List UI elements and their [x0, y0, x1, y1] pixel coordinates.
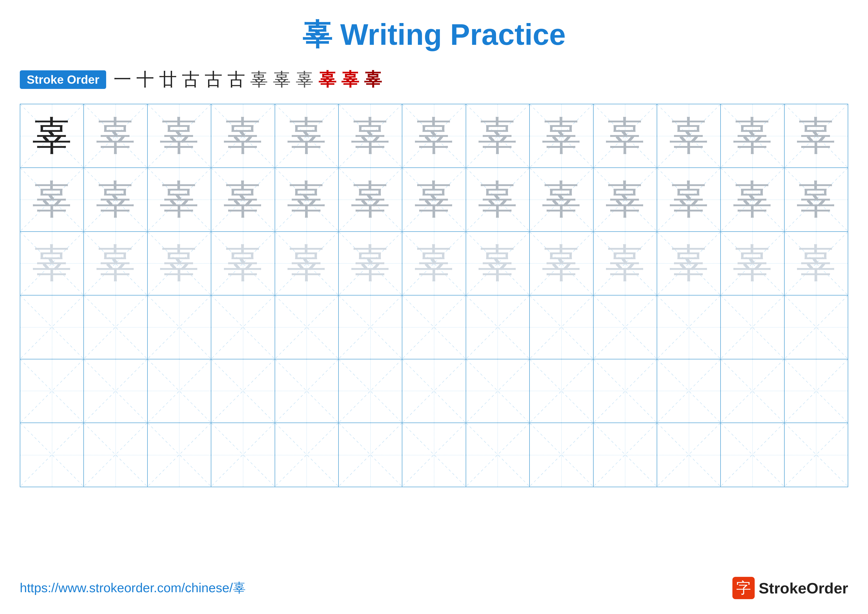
svg-line-125 — [657, 359, 720, 423]
grid-cell[interactable]: 辜 — [275, 104, 339, 168]
grid-cell[interactable] — [784, 295, 848, 359]
grid-cell[interactable]: 辜 — [530, 232, 594, 295]
grid-cell[interactable] — [20, 295, 84, 359]
grid-cell[interactable]: 辜 — [721, 168, 784, 232]
grid-cell[interactable] — [530, 359, 594, 423]
grid-cell[interactable]: 辜 — [20, 168, 84, 232]
grid-cell[interactable]: 辜 — [402, 104, 466, 168]
grid-cell[interactable] — [466, 295, 530, 359]
svg-line-107 — [84, 359, 147, 423]
grid-cell[interactable] — [20, 359, 84, 423]
grid-cell[interactable] — [657, 295, 721, 359]
grid-cell[interactable]: 辜 — [84, 168, 147, 232]
grid-cell[interactable]: 辜 — [211, 232, 275, 295]
grid-cell[interactable]: 辜 — [148, 168, 211, 232]
grid-cell[interactable]: 辜 — [594, 104, 657, 168]
grid-cell[interactable] — [594, 423, 657, 487]
grid-cell[interactable] — [784, 423, 848, 487]
stroke-7: 辜 — [250, 68, 268, 92]
grid-cell[interactable] — [275, 295, 339, 359]
grid-cell[interactable] — [211, 359, 275, 423]
grid-cell[interactable] — [275, 359, 339, 423]
grid-cell[interactable] — [148, 359, 211, 423]
grid-cell[interactable]: 辜 — [530, 104, 594, 168]
grid-cell[interactable]: 辜 — [466, 104, 530, 168]
grid-cell[interactable]: 辜 — [211, 168, 275, 232]
grid-cell[interactable]: 辜 — [339, 232, 402, 295]
practice-char: 辜 — [96, 116, 135, 156]
grid-cell[interactable] — [530, 295, 594, 359]
grid-cell[interactable]: 辜 — [721, 232, 784, 295]
svg-line-83 — [148, 295, 211, 359]
grid-cell[interactable]: 辜 — [339, 168, 402, 232]
svg-line-96 — [594, 295, 657, 359]
grid-cell[interactable]: 辜 — [466, 232, 530, 295]
grid-cell[interactable]: 辜 — [784, 232, 848, 295]
svg-line-81 — [84, 295, 147, 359]
svg-line-139 — [275, 423, 338, 486]
grid-cell[interactable] — [466, 423, 530, 487]
grid-cell[interactable]: 辜 — [721, 104, 784, 168]
grid-cell[interactable] — [84, 423, 147, 487]
grid-cell[interactable] — [784, 359, 848, 423]
stroke-order-row: Stroke Order 一 十 廿 古 古 古 辜 辜 辜 辜 辜 辜 — [20, 68, 848, 92]
grid-cell[interactable] — [466, 359, 530, 423]
grid-cell[interactable] — [84, 295, 147, 359]
grid-cell[interactable]: 辜 — [594, 168, 657, 232]
grid-cell[interactable]: 辜 — [84, 232, 147, 295]
grid-cell[interactable] — [594, 295, 657, 359]
grid-cell[interactable] — [657, 423, 721, 487]
grid-cell[interactable]: 辜 — [211, 104, 275, 168]
grid-cell[interactable] — [84, 359, 147, 423]
grid-cell[interactable] — [339, 423, 402, 487]
grid-cell[interactable] — [275, 423, 339, 487]
practice-char: 辜 — [733, 244, 772, 283]
grid-cell[interactable]: 辜 — [784, 168, 848, 232]
grid-cell[interactable]: 辜 — [784, 104, 848, 168]
grid-cell[interactable] — [211, 295, 275, 359]
svg-line-150 — [657, 423, 720, 486]
grid-cell[interactable] — [721, 295, 784, 359]
grid-cell[interactable] — [530, 423, 594, 487]
grid-cell[interactable]: 辜 — [594, 232, 657, 295]
grid-cell[interactable]: 辜 — [402, 168, 466, 232]
grid-cell[interactable] — [339, 359, 402, 423]
grid-cell[interactable] — [721, 423, 784, 487]
practice-char: 辜 — [733, 180, 772, 219]
grid-cell[interactable] — [721, 359, 784, 423]
stroke-12: 辜 — [364, 68, 382, 92]
grid-cell[interactable]: 辜 — [657, 232, 721, 295]
grid-cell[interactable]: 辜 — [530, 168, 594, 232]
practice-char: 辜 — [478, 116, 518, 156]
grid-cell[interactable] — [657, 359, 721, 423]
grid-cell[interactable]: 辜 — [657, 168, 721, 232]
grid-cell[interactable] — [402, 359, 466, 423]
grid-cell[interactable]: 辜 — [20, 232, 84, 295]
grid-cell[interactable]: 辜 — [657, 104, 721, 168]
grid-cell[interactable]: 辜 — [402, 232, 466, 295]
grid-cell[interactable]: 辜 — [148, 104, 211, 168]
grid-cell[interactable]: 辜 — [84, 104, 147, 168]
grid-cell[interactable] — [20, 423, 84, 487]
practice-char: 辜 — [605, 116, 645, 156]
grid-cell[interactable] — [402, 295, 466, 359]
grid-cell[interactable]: 辜 — [275, 168, 339, 232]
svg-line-155 — [784, 423, 848, 486]
svg-line-104 — [20, 359, 84, 423]
grid-cell[interactable]: 辜 — [20, 104, 84, 168]
grid-cell[interactable]: 辜 — [275, 232, 339, 295]
grid-cell[interactable] — [594, 359, 657, 423]
grid-cell[interactable] — [148, 423, 211, 487]
grid-row-2: 辜 辜 辜 辜 辜 辜 辜 — [20, 168, 848, 232]
svg-line-112 — [275, 359, 338, 423]
grid-cell[interactable] — [402, 423, 466, 487]
grid-cell[interactable]: 辜 — [148, 232, 211, 295]
grid-cell[interactable]: 辜 — [339, 104, 402, 168]
svg-line-109 — [148, 359, 211, 423]
grid-cell[interactable] — [339, 295, 402, 359]
grid-cell[interactable]: 辜 — [466, 168, 530, 232]
svg-line-99 — [657, 295, 720, 359]
grid-cell[interactable] — [148, 295, 211, 359]
svg-line-87 — [275, 295, 338, 359]
grid-cell[interactable] — [211, 423, 275, 487]
